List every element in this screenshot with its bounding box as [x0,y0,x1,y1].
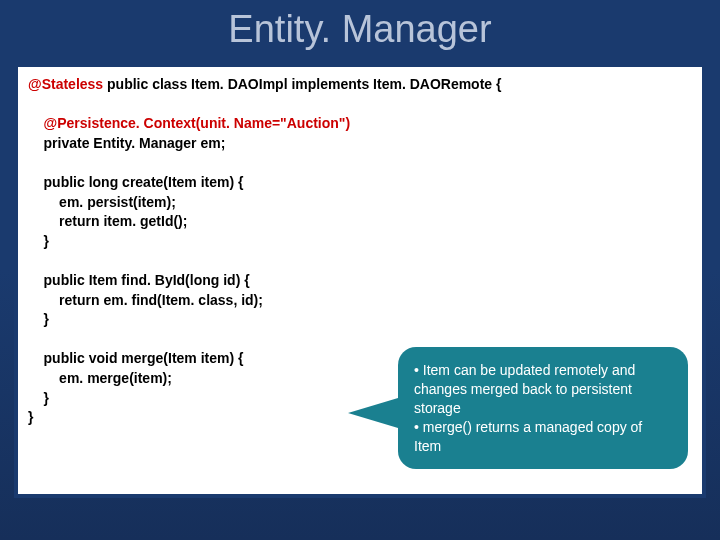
code-text: public class Item. DAOImpl implements It… [103,76,501,92]
code-blank [28,251,692,271]
page-title: Entity. Manager [0,0,720,51]
code-line: public long create(Item item) { [28,173,692,193]
callout-line: • merge() returns a managed copy of Item [414,418,672,456]
code-line: return item. getId(); [28,212,692,232]
code-line: @Stateless public class Item. DAOImpl im… [28,75,692,95]
code-line: } [28,310,692,330]
code-line: public Item find. ById(long id) { [28,271,692,291]
code-blank [28,95,692,115]
annotation-persistence: @Persistence. Context(unit. Name="Auctio… [28,114,692,134]
callout-line: • Item can be updated remotely and chang… [414,361,672,418]
code-line: } [28,232,692,252]
code-line: private Entity. Manager em; [28,134,692,154]
code-line: return em. find(Item. class, id); [28,291,692,311]
code-block: @Stateless public class Item. DAOImpl im… [14,63,706,498]
annotation-stateless: @Stateless [28,76,103,92]
code-blank [28,153,692,173]
callout-box: • Item can be updated remotely and chang… [398,347,688,469]
code-line: em. persist(item); [28,193,692,213]
